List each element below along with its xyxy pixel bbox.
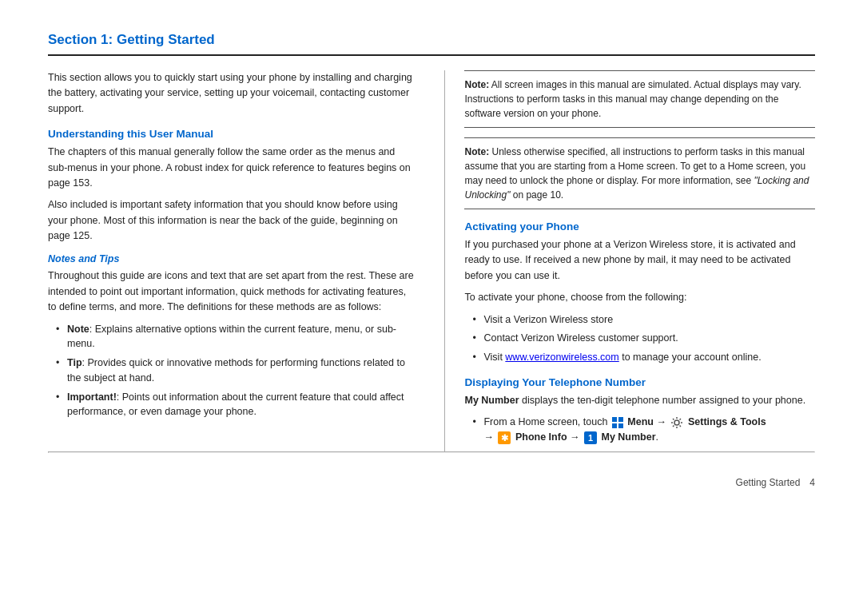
note2-text: Unless otherwise specified, all instruct… xyxy=(464,146,809,201)
number1-icon: 1 xyxy=(584,431,597,444)
tip-text: : Provides quick or innovative methods f… xyxy=(67,357,405,384)
activating-para1: If you purchased your phone at a Verizon… xyxy=(464,237,815,284)
arrow1: → xyxy=(656,416,669,427)
footer-page-number: 4 xyxy=(809,477,815,488)
right-column: Note: All screen images in this manual a… xyxy=(444,70,815,451)
note-box-2: Note: Unless otherwise specified, all in… xyxy=(464,137,815,209)
home-screen-text: From a Home screen, touch xyxy=(483,416,610,427)
svg-point-0 xyxy=(674,420,679,425)
list-item: Visit www.verizonwireless.com to manage … xyxy=(472,350,815,365)
list-item: Visit a Verizon Wireless store xyxy=(472,312,815,328)
page-title: Section 1: Getting Started xyxy=(48,32,815,48)
activating-para2: To activate your phone, choose from the … xyxy=(464,290,815,305)
footer-divider xyxy=(48,451,815,453)
list-item: Important!: Points out information about… xyxy=(56,390,416,420)
displaying-number-heading: Displaying Your Telephone Number xyxy=(464,376,815,388)
activating-heading: Activating your Phone xyxy=(464,221,815,232)
bullet-contact-support: Contact Verizon Wireless customer suppor… xyxy=(483,332,678,344)
list-item: From a Home screen, touch Menu → Setting… xyxy=(472,415,815,445)
main-content: This section allows you to quickly start… xyxy=(48,70,815,451)
footer-area: Getting Started 4 xyxy=(48,451,815,488)
period: . xyxy=(656,431,658,443)
footer-section-text: Getting Started xyxy=(736,477,801,488)
page-footer: Getting Started 4 xyxy=(48,477,815,488)
note-text: : Explains alternative options within th… xyxy=(67,324,396,350)
list-item: Note: Explains alternative options withi… xyxy=(56,322,416,352)
bullet-visit-store: Visit a Verizon Wireless store xyxy=(483,314,613,325)
activation-list: Visit a Verizon Wireless store Contact V… xyxy=(464,312,815,365)
phone-info-icon: ✱ xyxy=(498,431,511,444)
my-number-steps: From a Home screen, touch Menu → Setting… xyxy=(464,415,815,445)
important-text: : Points out information about the curre… xyxy=(67,391,404,418)
note1-text: All screen images in this manual are sim… xyxy=(464,79,801,119)
menu-icon xyxy=(612,417,623,428)
left-column: This section allows you to quickly start… xyxy=(48,70,416,451)
menu-label: Menu xyxy=(627,416,654,427)
list-item: Contact Verizon Wireless customer suppor… xyxy=(472,331,815,346)
settings-tools-label: Settings & Tools xyxy=(688,416,766,427)
definitions-list: Note: Explains alternative options withi… xyxy=(48,322,416,420)
title-divider xyxy=(48,54,815,56)
note2-label: Note: xyxy=(464,146,489,157)
phone-info-label: Phone Info xyxy=(515,431,567,443)
notes-tips-para: Throughout this guide are icons and text… xyxy=(48,268,416,315)
arrow3: → xyxy=(570,431,583,443)
safety-info-para: Also included is important safety inform… xyxy=(48,197,416,244)
note-box-1: Note: All screen images in this manual a… xyxy=(464,70,815,128)
gear-icon xyxy=(670,416,683,429)
understanding-heading: Understanding this User Manual xyxy=(48,128,416,140)
verizon-link[interactable]: www.verizonwireless.com xyxy=(505,352,618,363)
notes-tips-heading: Notes and Tips xyxy=(48,253,416,264)
note-label: Note xyxy=(67,324,89,335)
tip-label: Tip xyxy=(67,357,82,368)
intro-paragraph: This section allows you to quickly start… xyxy=(48,70,416,117)
my-number-label: My Number xyxy=(464,395,519,406)
my-number-text: displays the ten-digit telephone number … xyxy=(519,395,806,406)
bullet-visit-before: Visit xyxy=(483,352,505,363)
chapter-order-para: The chapters of this manual generally fo… xyxy=(48,145,416,191)
my-number-para: My Number displays the ten-digit telepho… xyxy=(464,393,815,408)
bullet-visit-after: to manage your account online. xyxy=(619,352,762,363)
my-number-nav-label: My Number xyxy=(601,431,655,443)
list-item: Tip: Provides quick or innovative method… xyxy=(56,356,416,386)
arrow2: → xyxy=(483,431,496,443)
important-label: Important! xyxy=(67,391,117,403)
note1-label: Note: xyxy=(464,79,489,90)
